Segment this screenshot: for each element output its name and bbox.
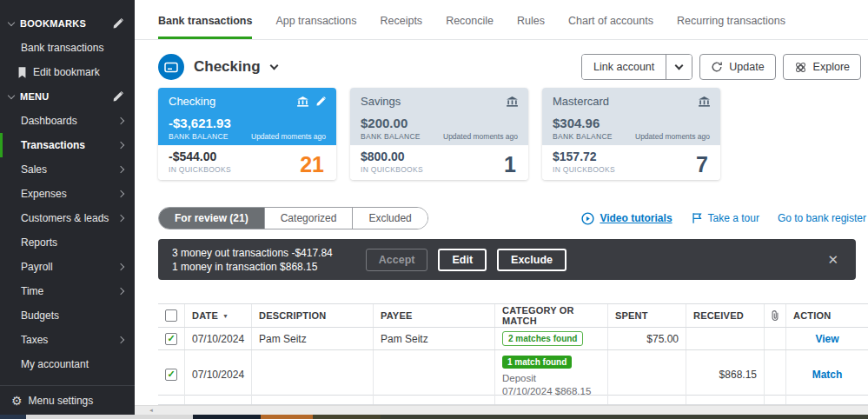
bank-balance-label: BANK BALANCE [169,132,229,141]
take-a-tour-link[interactable]: Take a tour [691,212,759,224]
chevron-right-icon [117,117,124,124]
tab-rules[interactable]: Rules [517,15,545,39]
sidebar-item-bank-transactions[interactable]: Bank transactions [0,36,135,60]
bookmarks-section-header[interactable]: BOOKMARKS [0,11,135,36]
bank-balance-amount: $304.96 [553,116,710,130]
transaction-count-badge: 1 [504,152,518,177]
edit-button[interactable]: Edit [438,249,487,271]
table-row-partial [158,396,868,405]
match-badge[interactable]: 2 matches found [502,331,583,346]
col-date[interactable]: DATE [192,310,218,321]
account-card-checking[interactable]: Checking -$3,621.93 BANK BALANCE Updated… [158,88,336,180]
sidebar-item-dashboards[interactable]: Dashboards [0,109,135,133]
sort-desc-icon[interactable]: ▼ [222,313,229,319]
match-badge[interactable]: 1 match found [502,356,572,369]
refresh-icon [711,61,723,73]
tab-app-transactions[interactable]: App transactions [275,15,356,39]
sidebar-item-budgets[interactable]: Budgets [0,303,135,328]
exclude-button[interactable]: Exclude [497,249,567,271]
menu-settings-button[interactable]: ⚙ Menu settings [0,386,135,415]
cell-description: Pam Seitz [252,328,374,349]
transaction-count-badge: 7 [696,152,710,177]
table-row[interactable]: ✓ 07/10/2024 Pam Seitz Pam Seitz 2 match… [158,328,868,350]
tab-categorized[interactable]: Categorized [264,208,353,229]
col-action: ACTION [786,304,868,327]
tab-for-review[interactable]: For review (21) [159,208,264,229]
in-quickbooks-label: IN QUICKBOOKS [361,165,423,174]
sidebar-item-expenses[interactable]: Expenses [0,182,135,206]
sidebar-item-my-accountant[interactable]: My accountant [0,352,135,376]
go-to-bank-register-link[interactable]: Go to bank register [778,212,866,224]
card-title: Checking [169,95,215,108]
tab-receipts[interactable]: Receipts [380,15,422,39]
tab-reconcile[interactable]: Reconcile [446,15,494,39]
row-checkbox[interactable]: ✓ [165,333,177,345]
banner-line2: 1 money in transaction $868.15 [172,260,333,274]
sidebar-item-transactions[interactable]: Transactions [0,133,135,157]
transactions-table: DATE ▼ DESCRIPTION PAYEE CATEGORY OR MAT… [158,303,868,405]
banner-line1: 3 money out transactions -$417.84 [172,246,333,260]
tab-excluded[interactable]: Excluded [352,208,427,229]
chevron-down-icon [8,91,15,98]
match-action-link[interactable]: Match [812,369,843,381]
row-checkbox[interactable]: ✓ [165,369,177,381]
updated-status: Updated moments ago [635,132,710,141]
background-window-strip [0,415,868,419]
quickbooks-balance-amount: $157.72 [553,150,615,163]
col-payee: PAYEE [374,304,495,327]
tab-recurring-transactions[interactable]: Recurring transactions [677,15,785,39]
tour-icon [691,212,703,224]
sidebar-item-edit-bookmark[interactable]: Edit bookmark [0,60,135,84]
updated-status: Updated moments ago [251,132,326,141]
select-all-checkbox[interactable] [165,309,177,322]
sidebar-item-label: My accountant [21,358,89,370]
page-tabbar: Bank transactions App transactions Recei… [135,0,868,40]
sidebar-item-label: Dashboards [21,115,77,127]
quickbooks-app: BOOKMARKS Bank transactions Edit bookmar… [0,0,868,419]
sidebar-item-taxes[interactable]: Taxes [0,328,135,352]
cell-spent [608,350,686,398]
sidebar-item-reports[interactable]: Reports [0,230,135,255]
bank-icon [507,96,518,107]
pencil-icon[interactable] [315,96,326,107]
link-account-button[interactable]: Link account [582,55,666,79]
sidebar-item-payroll[interactable]: Payroll [0,255,135,279]
edit-bookmarks-pencil-icon[interactable] [112,18,123,30]
update-button[interactable]: Update [699,54,775,80]
sidebar-item-time[interactable]: Time [0,279,135,303]
close-icon[interactable]: ✕ [822,249,844,271]
chevron-right-icon [117,166,124,173]
accept-button[interactable]: Accept [366,249,428,271]
match-detail-line1: Deposit [502,372,536,385]
sidebar-item-customers-leads[interactable]: Customers & leads [0,206,135,230]
account-dropdown-chevron-icon[interactable] [269,62,278,70]
chevron-right-icon [117,336,124,343]
tab-chart-of-accounts[interactable]: Chart of accounts [568,15,653,39]
menu-section-header[interactable]: MENU [0,84,135,109]
col-description: DESCRIPTION [252,304,374,327]
video-tutorials-link[interactable]: Video tutorials [581,212,672,225]
chevron-right-icon [117,215,124,222]
bank-balance-label: BANK BALANCE [553,132,613,141]
link-account-dropdown-button[interactable] [666,55,692,79]
horizontal-scrollbar[interactable]: ◄ [135,405,868,415]
explore-button[interactable]: Explore [783,54,861,80]
gear-icon: ⚙ [11,394,23,408]
bank-balance-amount: -$3,621.93 [169,116,326,130]
bank-icon [699,96,710,107]
account-card-savings[interactable]: Savings $200.00 BANK BALANCE Updated mom… [350,88,528,180]
sidebar: BOOKMARKS Bank transactions Edit bookmar… [0,0,135,415]
cell-date: 07/10/2024 [185,328,252,349]
account-card-mastercard[interactable]: Mastercard $304.96 BANK BALANCE Updated … [542,88,720,180]
edit-menu-pencil-icon[interactable] [112,91,123,103]
view-action-link[interactable]: View [815,333,838,345]
sidebar-item-label: Payroll [21,261,53,273]
table-row[interactable]: ✓ 07/10/2024 1 match found Deposit 07/10… [158,350,868,396]
sidebar-item-label: Taxes [21,334,48,346]
scroll-left-arrow-icon[interactable]: ◄ [149,408,154,413]
sidebar-item-sales[interactable]: Sales [0,157,135,182]
card-title: Mastercard [553,95,609,108]
tab-bank-transactions[interactable]: Bank transactions [158,15,252,39]
col-received: RECEIVED [686,304,765,327]
link-account-split-button: Link account [581,54,692,80]
